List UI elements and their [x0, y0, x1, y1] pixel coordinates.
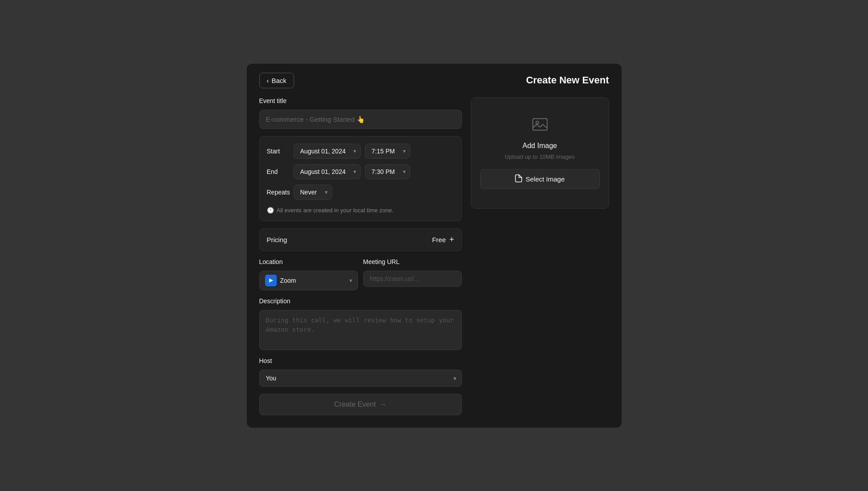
end-label: End	[267, 168, 289, 175]
timezone-note: 🕐 All events are created in your local t…	[267, 205, 454, 214]
start-row: Start August 01, 2024 ▾ 7:15 PM ▾	[267, 144, 454, 159]
pricing-add-icon[interactable]: +	[449, 235, 454, 244]
start-label: Start	[267, 148, 289, 155]
file-icon	[515, 174, 522, 184]
zoom-camera-icon: ▶	[269, 277, 273, 283]
location-select[interactable]: ▶ Zoom ▾	[259, 271, 358, 290]
image-upload-area: Add Image Upload up to 10MB images Selec…	[471, 97, 609, 209]
create-event-button[interactable]: Create Event →	[259, 394, 462, 415]
svg-rect-0	[533, 119, 547, 130]
end-row: End August 01, 2024 ▾ 7:30 PM ▾	[267, 164, 454, 179]
location-label: Location	[259, 258, 358, 265]
modal-body: Event title Start August 01, 2024 ▾	[247, 97, 622, 428]
modal-header: ‹ Back Create New Event	[247, 64, 622, 97]
create-event-modal: ‹ Back Create New Event Event title	[247, 64, 622, 428]
event-title-section: Event title	[259, 97, 462, 129]
create-event-label: Create Event	[334, 400, 376, 408]
location-value-text: Zoom	[280, 277, 346, 284]
back-button[interactable]: ‹ Back	[259, 73, 294, 88]
page-title: Create New Event	[526, 74, 609, 86]
end-date-wrapper: August 01, 2024 ▾	[294, 164, 361, 179]
pricing-value-text: Free	[432, 236, 446, 243]
add-image-title: Add Image	[523, 142, 557, 150]
svg-point-1	[536, 121, 539, 124]
host-select[interactable]: You	[259, 370, 462, 387]
start-time-select[interactable]: 7:15 PM	[365, 144, 410, 159]
description-section: Description	[259, 297, 462, 350]
host-label: Host	[259, 357, 462, 364]
pricing-value-row: Free +	[432, 235, 454, 244]
start-date-select[interactable]: August 01, 2024	[294, 144, 361, 159]
repeats-row: Repeats Never ▾	[267, 185, 454, 200]
select-image-button[interactable]: Select Image	[480, 169, 600, 189]
select-image-label: Select Image	[526, 175, 565, 183]
zoom-icon: ▶	[265, 275, 277, 286]
right-column: Add Image Upload up to 10MB images Selec…	[471, 97, 609, 415]
meeting-url-input[interactable]	[363, 271, 462, 287]
end-time-select[interactable]: 7:30 PM	[365, 164, 410, 179]
add-image-subtitle: Upload up to 10MB images	[505, 153, 575, 160]
clock-icon: 🕐	[267, 207, 274, 214]
host-section: Host You ▾	[259, 357, 462, 387]
repeats-label: Repeats	[267, 189, 289, 196]
repeats-wrapper: Never ▾	[294, 185, 332, 200]
host-select-wrapper: You ▾	[259, 370, 462, 387]
back-label: Back	[272, 77, 287, 84]
event-title-input[interactable]	[259, 110, 462, 129]
location-chevron-icon: ▾	[349, 277, 352, 284]
location-section: Location ▶ Zoom ▾ Meeting URL	[259, 258, 462, 290]
event-title-label: Event title	[259, 97, 462, 104]
start-date-wrapper: August 01, 2024 ▾	[294, 144, 361, 159]
end-date-select[interactable]: August 01, 2024	[294, 164, 361, 179]
repeats-select[interactable]: Never	[294, 185, 332, 200]
modal-overlay: ‹ Back Create New Event Event title	[0, 0, 868, 491]
timezone-text: All events are created in your local tim…	[277, 207, 394, 214]
back-arrow-icon: ‹	[267, 77, 269, 84]
description-label: Description	[259, 297, 462, 305]
left-column: Event title Start August 01, 2024 ▾	[259, 97, 462, 415]
pricing-label: Pricing	[267, 236, 287, 243]
datetime-section: Start August 01, 2024 ▾ 7:15 PM ▾	[259, 136, 462, 221]
description-textarea[interactable]	[259, 310, 462, 350]
image-placeholder-icon	[532, 116, 548, 136]
meeting-url-label: Meeting URL	[363, 258, 462, 265]
create-event-arrow-icon: →	[379, 400, 386, 408]
pricing-section[interactable]: Pricing Free +	[259, 228, 462, 251]
location-field: Location ▶ Zoom ▾	[259, 258, 358, 290]
end-time-wrapper: 7:30 PM ▾	[365, 164, 410, 179]
start-time-wrapper: 7:15 PM ▾	[365, 144, 410, 159]
meeting-url-field: Meeting URL	[363, 258, 462, 290]
